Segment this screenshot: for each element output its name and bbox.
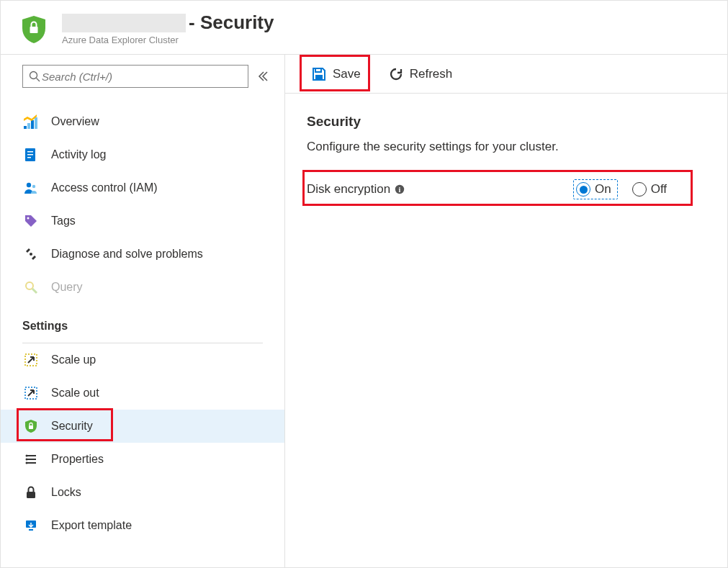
svg-point-13: [32, 185, 35, 188]
svg-line-17: [32, 289, 37, 293]
sidebar-item-export-template[interactable]: Export template: [1, 509, 284, 542]
search-input[interactable]: [22, 65, 248, 88]
sidebar-item-label: Diagnose and solve problems: [51, 248, 203, 261]
svg-rect-27: [27, 492, 35, 498]
svg-text:i: i: [399, 186, 401, 194]
svg-rect-5: [31, 120, 34, 129]
svg-point-12: [27, 183, 31, 187]
export-template-icon: [22, 517, 40, 534]
sidebar-item-access-control[interactable]: Access control (IAM): [1, 171, 284, 204]
refresh-icon: [388, 66, 404, 82]
command-bar: Save Refresh: [285, 55, 727, 94]
diagnose-icon: [22, 245, 40, 263]
sidebar-item-label: Export template: [51, 519, 132, 532]
svg-line-2: [37, 78, 40, 82]
save-button[interactable]: Save: [307, 60, 365, 89]
refresh-button[interactable]: Refresh: [384, 60, 457, 89]
svg-point-24: [26, 455, 28, 457]
collapse-sidebar-button[interactable]: [257, 71, 269, 82]
radio-circle-icon: [632, 182, 647, 197]
search-field[interactable]: [40, 70, 242, 84]
svg-point-15: [30, 253, 32, 256]
sidebar-item-activity-log[interactable]: Activity log: [1, 138, 284, 171]
radio-circle-icon: [576, 182, 590, 197]
sidebar-item-properties[interactable]: Properties: [1, 443, 284, 476]
sidebar-item-label: Query: [51, 281, 83, 294]
svg-rect-11: [27, 157, 31, 158]
disk-encryption-row: Disk encryption i On Off: [307, 173, 706, 206]
save-icon: [311, 66, 327, 82]
content-description: Configure the security settings for your…: [307, 140, 706, 154]
svg-rect-3: [24, 126, 27, 129]
svg-rect-29: [29, 529, 33, 531]
svg-rect-9: [27, 151, 33, 153]
radio-on[interactable]: On: [573, 179, 618, 199]
sidebar-item-label: Properties: [51, 453, 104, 466]
save-label: Save: [333, 67, 361, 81]
radio-on-label: On: [595, 182, 611, 197]
section-settings-label: Settings: [1, 304, 284, 337]
sidebar-item-label: Activity log: [51, 148, 106, 161]
radio-off-label: Off: [651, 182, 667, 197]
access-control-icon: [22, 179, 40, 197]
svg-rect-31: [315, 75, 323, 80]
radio-off[interactable]: Off: [632, 182, 667, 197]
sidebar-item-label: Scale up: [51, 353, 96, 366]
sidebar-item-scale-out[interactable]: Scale out: [1, 377, 284, 410]
sidebar-item-label: Security: [51, 420, 93, 433]
resource-type-label: Azure Data Explorer Cluster: [62, 35, 274, 45]
sidebar: Overview Activity log Access control (IA…: [1, 55, 285, 567]
sidebar-item-tags[interactable]: Tags: [1, 204, 284, 238]
sidebar-item-diagnose[interactable]: Diagnose and solve problems: [1, 238, 284, 271]
query-icon: [22, 279, 40, 296]
svg-rect-0: [30, 27, 38, 33]
title-suffix: - Security: [189, 12, 274, 33]
activity-log-icon: [22, 146, 40, 163]
tag-icon: [22, 212, 40, 230]
scale-out-icon: [22, 384, 40, 402]
sidebar-item-scale-up[interactable]: Scale up: [1, 343, 284, 377]
redacted-name: [62, 14, 186, 32]
lock-icon: [22, 484, 40, 501]
sidebar-item-overview[interactable]: Overview: [1, 105, 284, 138]
sidebar-item-label: Scale out: [51, 387, 99, 400]
refresh-label: Refresh: [410, 67, 453, 81]
sidebar-item-locks[interactable]: Locks: [1, 476, 284, 509]
blade-header: - Security Azure Data Explorer Cluster: [1, 1, 727, 55]
svg-point-25: [26, 459, 28, 461]
shield-small-icon: [22, 418, 40, 435]
content-title: Security: [307, 114, 706, 130]
disk-encryption-label: Disk encryption: [307, 182, 390, 197]
svg-point-1: [30, 72, 37, 79]
svg-point-26: [26, 462, 28, 464]
sidebar-item-query[interactable]: Query: [1, 271, 284, 304]
sidebar-item-label: Access control (IAM): [51, 181, 158, 194]
shield-icon: [19, 14, 49, 44]
main-content: Save Refresh Security Configure the secu…: [285, 55, 727, 567]
properties-icon: [22, 451, 40, 468]
page-title: - Security: [62, 12, 274, 33]
svg-point-14: [27, 217, 30, 220]
svg-rect-10: [27, 154, 33, 155]
disk-encryption-radio-group: On Off: [573, 179, 667, 199]
sidebar-item-label: Locks: [51, 486, 81, 499]
sidebar-item-label: Overview: [51, 115, 99, 128]
info-icon[interactable]: i: [395, 184, 405, 194]
svg-rect-30: [315, 68, 321, 72]
svg-rect-6: [35, 117, 37, 129]
scale-up-icon: [22, 351, 40, 369]
svg-rect-20: [29, 425, 33, 429]
search-icon: [29, 71, 40, 82]
svg-rect-4: [27, 123, 30, 129]
sidebar-item-label: Tags: [51, 215, 76, 227]
sidebar-item-security[interactable]: Security: [1, 410, 284, 443]
svg-point-16: [26, 282, 33, 289]
overview-icon: [22, 113, 40, 130]
